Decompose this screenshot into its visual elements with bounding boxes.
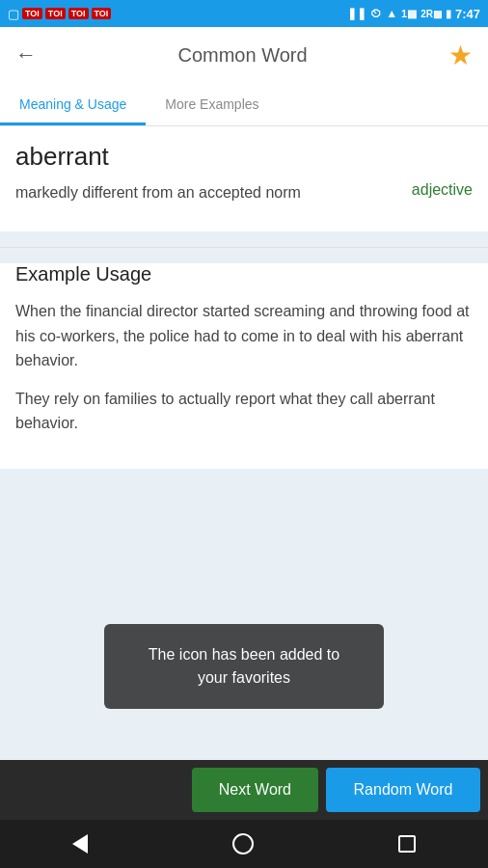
example-section: Example Usage When the financial directo… <box>0 263 488 469</box>
next-word-button[interactable]: Next Word <box>192 768 318 812</box>
back-button[interactable]: ← <box>15 42 37 68</box>
battery-icon: ▮ <box>446 8 451 20</box>
example-text-2: They rely on families to actually report… <box>15 387 473 436</box>
button-bar: Next Word Random Word <box>0 760 488 820</box>
favorite-button[interactable]: ★ <box>448 40 473 71</box>
example-text-1: When the financial director started scre… <box>15 299 473 373</box>
status-bar-left: ▢ TOI TOI TOI TOI <box>8 7 111 21</box>
time-display: 7:47 <box>455 7 480 21</box>
app-bar: ← Common Word ★ <box>0 27 488 83</box>
content-wrapper: Meaning & Usage More Examples aberrant m… <box>0 83 488 868</box>
nav-home-button[interactable] <box>232 833 254 854</box>
toi-badge-3: TOI <box>68 8 89 19</box>
toast-notification: The icon has been added to your favorite… <box>104 624 384 709</box>
alarm-icon: ⏲ <box>370 7 382 20</box>
toi-badge-4: TOI <box>92 8 112 19</box>
random-word-button[interactable]: Random Word <box>326 768 480 812</box>
toi-badge-2: TOI <box>45 8 66 19</box>
nav-recents-button[interactable] <box>398 835 416 853</box>
toi-badge-1: TOI <box>22 8 42 19</box>
signal-icon: 1▩ <box>401 8 417 20</box>
wifi-icon: ▲ <box>386 7 397 20</box>
status-bar: ▢ TOI TOI TOI TOI ❚❚ ⏲ ▲ 1▩ 2R▩ ▮ 7:47 <box>0 0 488 27</box>
example-section-title: Example Usage <box>15 263 473 285</box>
word-content: aberrant markedly different from an acce… <box>0 126 488 231</box>
vibrate-icon: ❚❚ <box>347 7 366 20</box>
tab-bar: Meaning & Usage More Examples <box>0 83 488 126</box>
word-definition: markedly different from an accepted norm <box>15 181 396 204</box>
section-divider <box>0 247 488 248</box>
word-definition-row: markedly different from an accepted norm… <box>15 181 473 204</box>
word-title: aberrant <box>15 142 473 172</box>
nav-back-button[interactable] <box>72 834 88 854</box>
word-type: adjective <box>412 181 473 199</box>
status-bar-right: ❚❚ ⏲ ▲ 1▩ 2R▩ ▮ 7:47 <box>347 7 480 21</box>
tab-meaning-usage[interactable]: Meaning & Usage <box>0 83 146 125</box>
signal2-icon: 2R▩ <box>420 9 442 19</box>
toast-message: The icon has been added to your favorite… <box>149 646 339 686</box>
tab-more-examples[interactable]: More Examples <box>146 83 278 125</box>
page-title: Common Word <box>177 44 307 67</box>
navigation-bar <box>0 820 488 868</box>
screenshot-icon: ▢ <box>8 7 19 21</box>
